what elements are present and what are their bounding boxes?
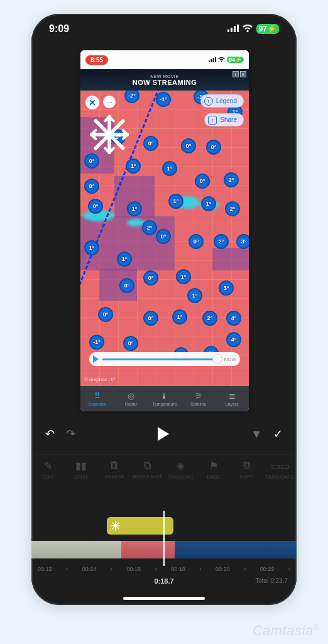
battery-indicator: 97⚡ — [256, 24, 279, 34]
confirm-button[interactable]: ✓ — [273, 427, 283, 441]
temp-marker: 1° — [187, 288, 202, 303]
temp-marker: 1° — [127, 201, 142, 216]
temp-marker: 0° — [195, 174, 210, 189]
redo-button[interactable]: ↷ — [66, 427, 75, 441]
track-segment[interactable] — [121, 541, 174, 558]
timeline[interactable]: 00:12• 00:14• 00:16• 00:18• 00:20• 00:22… — [31, 489, 297, 590]
svg-rect-6 — [213, 58, 214, 62]
filter-dropdown-icon[interactable]: ▼ — [251, 428, 262, 441]
temp-marker: 0° — [143, 311, 158, 326]
satellite-icon: ⚞ — [195, 391, 202, 401]
statusbar-inner: 8:55 94⚡ — [80, 50, 249, 69]
editor-controls-row: ↶ ↷ ▼ ✓ — [31, 420, 297, 448]
svg-rect-5 — [210, 59, 212, 62]
statusbar-time: 9:09 — [49, 23, 69, 35]
temp-marker: 2° — [225, 201, 240, 216]
ad-close-icon: ✕ — [240, 71, 246, 77]
temp-marker: 0° — [84, 153, 99, 169]
signal-icon — [209, 57, 216, 64]
weather-map[interactable]: -2° -1° -1° 0° 0° 0° 0° 0° 1° 0° 1° 1° 0… — [80, 91, 249, 386]
temp-marker: 1° — [201, 196, 216, 211]
radar-icon: ◎ — [128, 391, 134, 401]
tracking-icon: ◈ — [177, 460, 184, 472]
temp-marker: -1° — [89, 335, 104, 350]
tool-delete[interactable]: 🗑DELETE — [98, 455, 131, 484]
nav-item-layers[interactable]: ≣Layers — [215, 386, 249, 411]
temp-marker: 3° — [219, 280, 234, 296]
temp-marker: -2° — [124, 91, 139, 103]
trash-icon: 🗑 — [109, 460, 119, 471]
total-duration: Total 0:23.7 — [255, 577, 288, 584]
svg-rect-7 — [215, 57, 216, 62]
play-button[interactable] — [158, 427, 169, 441]
temp-marker: 0° — [123, 336, 138, 351]
svg-rect-2 — [234, 26, 236, 32]
temp-marker: 2° — [214, 234, 229, 249]
temp-marker: 0° — [84, 179, 99, 194]
map-time-slider[interactable]: NOW — [89, 352, 240, 366]
overview-icon: ⠿ — [94, 391, 101, 401]
temp-marker: 0° — [189, 234, 204, 249]
temp-marker: 0° — [143, 136, 158, 151]
video-preview[interactable]: 8:55 94⚡ NEW MOVIE NOW STREAMING i✕ -2° — [80, 50, 249, 411]
temp-marker: 0° — [181, 138, 196, 153]
map-close-button[interactable]: ✕ — [85, 96, 99, 109]
tool-edit[interactable]: ✎EDIT — [31, 455, 65, 484]
temp-marker: 1° — [162, 161, 177, 176]
tool-ease[interactable]: ⚑EASE — [197, 455, 231, 484]
info-icon: i — [204, 97, 213, 106]
temp-marker: 1° — [126, 158, 141, 174]
temp-marker: 4° — [226, 332, 241, 347]
statusbar-outer: 9:09 97⚡ — [31, 14, 297, 44]
temp-marker: 0° — [143, 270, 158, 286]
duplicate-icon: ▭▭ — [271, 460, 290, 472]
tool-split[interactable]: ▮▮SPLIT — [65, 455, 98, 484]
track-segment[interactable] — [31, 541, 121, 558]
slider-track[interactable] — [102, 358, 217, 360]
temp-marker: 1° — [176, 269, 191, 284]
pencil-icon: ✎ — [44, 460, 52, 472]
batch-edit-icon: ⧉ — [144, 460, 151, 471]
temp-marker: 0° — [119, 278, 134, 293]
temp-marker: 0° — [111, 130, 126, 145]
svg-rect-1 — [231, 28, 232, 32]
undo-button[interactable]: ↶ — [45, 427, 55, 441]
map-more-button[interactable]: ⋯ — [103, 96, 116, 108]
camtasia-watermark: Camtasia® — [253, 623, 319, 639]
home-indicator[interactable] — [123, 597, 205, 600]
share-button[interactable]: ↑ Share — [204, 113, 244, 126]
temp-marker: 4° — [226, 311, 241, 326]
ad-info-icon: i — [232, 71, 239, 77]
playhead[interactable] — [163, 511, 165, 566]
temp-marker: 0° — [156, 229, 171, 244]
temp-marker: 1° — [117, 252, 132, 267]
split-icon: ▮▮ — [75, 460, 87, 472]
temp-marker: 1° — [168, 194, 183, 209]
snowflake-icon — [111, 521, 121, 531]
nav-item-temperature[interactable]: 🌡Temperature — [148, 386, 182, 411]
temp-marker: 0° — [206, 140, 221, 155]
timeline-ruler: 00:12• 00:14• 00:16• 00:18• 00:20• 00:22… — [31, 564, 297, 575]
tool-batch-edit[interactable]: ⧉BATCH EDIT — [131, 455, 164, 484]
play-icon[interactable] — [93, 355, 99, 363]
tool-copy[interactable]: ⧉COPY — [231, 455, 264, 484]
tool-tracking[interactable]: ◈TRACKING — [164, 455, 197, 484]
thermometer-icon: 🌡 — [160, 391, 168, 401]
playhead-time: 0:18.7 — [154, 577, 173, 585]
signal-icon — [227, 23, 239, 35]
nav-item-satellite[interactable]: ⚞Satellite — [182, 386, 216, 411]
svg-rect-4 — [209, 60, 210, 62]
track-segment[interactable] — [175, 541, 297, 558]
nav-item-overview[interactable]: ⠿Overview — [80, 386, 114, 411]
map-attribution: © mapbox -1° — [84, 377, 115, 382]
temp-marker: 3° — [236, 234, 249, 249]
recording-time-pill: 8:55 — [85, 55, 108, 65]
tool-duplicate[interactable]: ▭▭DUPLICATE — [263, 455, 297, 484]
temp-marker: 0° — [88, 199, 103, 214]
nav-item-radar[interactable]: ◎Radar — [114, 386, 148, 411]
temp-marker: 2° — [202, 311, 217, 326]
wifi-icon — [218, 57, 225, 64]
temp-marker: 1° — [172, 309, 187, 325]
temp-marker: 2° — [224, 172, 239, 187]
legend-button[interactable]: i Legend — [200, 94, 244, 108]
